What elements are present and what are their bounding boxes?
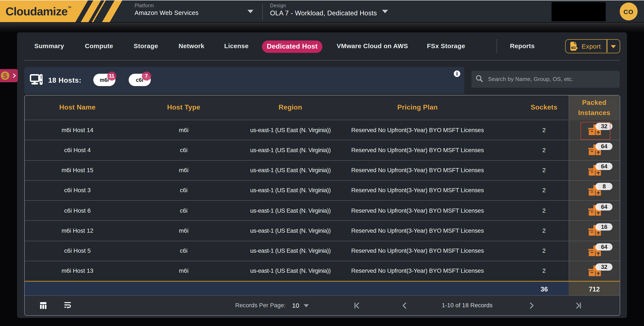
svg-text:$: $ bbox=[3, 71, 7, 80]
